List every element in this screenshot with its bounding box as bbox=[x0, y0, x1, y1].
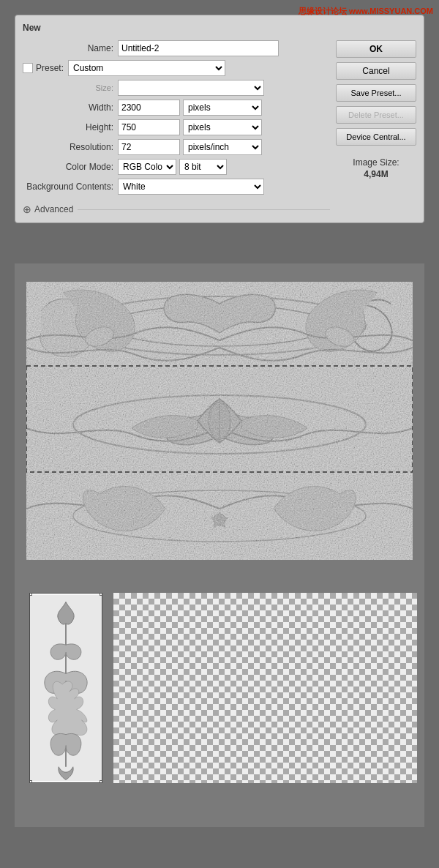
resolution-unit-select[interactable]: pixels/inch bbox=[183, 139, 262, 155]
advanced-label: Advanced bbox=[34, 204, 73, 214]
new-document-dialog: New Name: Preset: Custom Size: bbox=[15, 15, 424, 223]
bg-contents-row: Background Contents: White bbox=[23, 179, 330, 195]
dialog-title: New bbox=[23, 23, 416, 33]
ok-button[interactable]: OK bbox=[336, 40, 416, 58]
image-size-label: Image Size: bbox=[336, 157, 416, 168]
cancel-button[interactable]: Cancel bbox=[336, 62, 416, 80]
resolution-row: Resolution: pixels/inch bbox=[23, 139, 330, 155]
dialog-left: Name: Preset: Custom Size: Width: bbox=[23, 40, 330, 215]
color-mode-select[interactable]: RGB Color bbox=[118, 159, 176, 175]
size-row: Size: bbox=[23, 80, 330, 96]
transform-handle-br[interactable] bbox=[100, 780, 102, 783]
ornament-svg bbox=[26, 282, 413, 560]
texture-panel bbox=[15, 263, 424, 578]
resolution-input[interactable] bbox=[118, 139, 180, 155]
color-mode-row: Color Mode: RGB Color 8 bit bbox=[23, 159, 330, 175]
preset-checkbox[interactable] bbox=[23, 63, 33, 73]
advanced-icon: ⊕ bbox=[23, 203, 31, 215]
device-central-button[interactable]: Device Central... bbox=[336, 128, 416, 146]
svg-rect-10 bbox=[26, 282, 413, 560]
color-mode-label: Color Mode: bbox=[23, 162, 118, 172]
name-input[interactable] bbox=[118, 40, 279, 56]
size-select[interactable] bbox=[118, 80, 264, 96]
height-label: Height: bbox=[23, 122, 118, 132]
small-canvas bbox=[29, 593, 102, 783]
image-size-info: Image Size: 4,94M bbox=[336, 157, 416, 179]
dialog-body: Name: Preset: Custom Size: Width: bbox=[23, 40, 416, 215]
preset-select[interactable]: Custom bbox=[68, 60, 225, 76]
delete-preset-button[interactable]: Delete Preset... bbox=[336, 106, 416, 124]
advanced-row: ⊕ Advanced bbox=[23, 201, 330, 215]
watermark: 思缘设计论坛 www.MISSYUAN.COM bbox=[299, 6, 433, 17]
preset-label: Preset: bbox=[36, 63, 68, 73]
transform-handle-tr[interactable] bbox=[100, 593, 102, 596]
transform-handle-bl[interactable] bbox=[29, 780, 32, 783]
save-preset-button[interactable]: Save Preset... bbox=[336, 84, 416, 102]
bg-select[interactable]: White bbox=[118, 179, 264, 195]
name-row: Name: bbox=[23, 40, 330, 56]
bg-label: Background Contents: bbox=[23, 182, 118, 192]
height-unit-select[interactable]: pixels bbox=[183, 119, 262, 135]
bottom-panel bbox=[15, 578, 424, 827]
advanced-separator bbox=[78, 209, 330, 210]
content-area bbox=[0, 263, 439, 827]
preset-row: Preset: Custom bbox=[23, 60, 330, 76]
height-input[interactable] bbox=[118, 119, 180, 135]
resolution-label: Resolution: bbox=[23, 142, 118, 152]
image-size-value: 4,94M bbox=[336, 169, 416, 179]
size-label: Size: bbox=[23, 83, 118, 92]
width-row: Width: pixels bbox=[23, 100, 330, 116]
height-row: Height: pixels bbox=[23, 119, 330, 135]
name-label: Name: bbox=[23, 43, 118, 53]
texture-image-area bbox=[26, 282, 413, 560]
width-label: Width: bbox=[23, 102, 118, 113]
transform-handle-tl[interactable] bbox=[29, 593, 32, 596]
large-canvas-area bbox=[113, 593, 417, 783]
bit-depth-select[interactable]: 8 bit bbox=[179, 159, 227, 175]
width-unit-select[interactable]: pixels bbox=[183, 100, 262, 116]
small-canvas-svg bbox=[30, 594, 102, 782]
width-input[interactable] bbox=[118, 100, 180, 116]
dialog-right: OK Cancel Save Preset... Delete Preset..… bbox=[336, 40, 416, 215]
